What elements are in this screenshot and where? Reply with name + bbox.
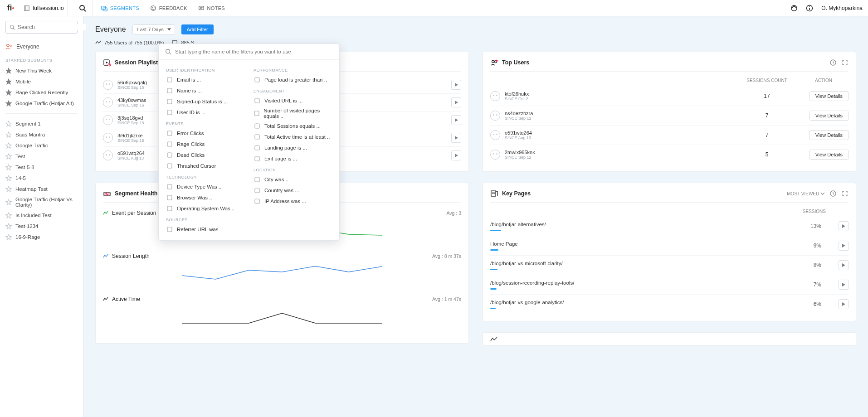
play-button[interactable] [451, 133, 461, 143]
filter-option[interactable]: Device Type Was .. [166, 181, 244, 192]
filter-option[interactable]: Name is ... [166, 85, 244, 96]
sort-select[interactable]: MOST VIEWED [787, 191, 825, 196]
segment-header: Everyone Last 7 Days Add Filter [95, 24, 856, 34]
filter-option[interactable]: Page load is greater than .. [254, 74, 332, 85]
sidebar-item-label: 16-9-Rage [15, 234, 40, 240]
nav-feedback[interactable]: FEEDBACK [150, 5, 187, 11]
filter-category: SOURCES [166, 218, 244, 222]
filter-option[interactable]: Thrashed Cursor [166, 160, 244, 171]
sidebar-segment-item[interactable]: Google Traffic [5, 140, 78, 151]
add-filter-button[interactable]: Add Filter [181, 24, 214, 34]
filter-item-icon [254, 144, 261, 151]
view-details-button[interactable]: View Details [809, 130, 848, 140]
filter-option[interactable]: Total Sessions equals ... [254, 121, 332, 131]
filter-option[interactable]: Operating System Was .. [166, 203, 244, 214]
nav-notes[interactable]: NOTES [198, 5, 225, 11]
session-since: SINCE Sep 16 [117, 121, 144, 125]
view-details-button[interactable]: View Details [809, 91, 848, 101]
sidebar-segment-item[interactable]: 14-5 [5, 173, 78, 184]
filter-item-icon [166, 205, 173, 212]
play-button[interactable] [451, 97, 461, 107]
nav-segments[interactable]: SEGMENTS [101, 5, 139, 11]
expand-icon[interactable] [841, 59, 848, 66]
user-id: 2mwlx965knk [505, 150, 535, 155]
play-icon [842, 224, 845, 228]
page-path: /blog/session-recording-replay-tools/ [490, 280, 776, 286]
filter-search-input[interactable] [175, 49, 333, 54]
star-icon [5, 131, 12, 138]
clock-icon[interactable] [829, 190, 837, 197]
expand-icon[interactable] [841, 190, 848, 197]
sidebar-segment-item[interactable]: Segment 1 [5, 118, 78, 129]
sidebar-segment-item[interactable]: Is Included Test [5, 210, 78, 221]
site-selector[interactable]: fullsession.io [20, 0, 68, 16]
star-icon [5, 68, 12, 74]
filter-item-icon [166, 151, 173, 159]
health-icon [103, 189, 111, 198]
clock-icon[interactable] [829, 59, 837, 66]
filter-option[interactable]: Signed-up Status is ... [166, 96, 244, 107]
play-button[interactable] [839, 299, 848, 309]
sidebar-segment-item[interactable]: Saas Mantra [5, 129, 78, 140]
sidebar-segment-item[interactable]: Test [5, 151, 78, 162]
filter-option[interactable]: Browser Was .. [166, 192, 244, 203]
sidebar-item-label: New This Week [15, 68, 52, 73]
view-details-button[interactable]: View Details [809, 150, 848, 160]
sidebar-everyone[interactable]: Everyone [5, 44, 78, 50]
sidebar-segment-item[interactable]: Heatmap Test [5, 184, 78, 194]
sidebar-segment-item[interactable]: Test-5-8 [5, 162, 78, 173]
search-input[interactable] [18, 24, 86, 30]
view-details-button[interactable]: View Details [809, 111, 848, 121]
bell-icon[interactable] [790, 5, 798, 12]
user-since: SINCE Aug 13 [505, 136, 532, 140]
filter-option[interactable]: Number of visited pages equals .. [254, 106, 332, 121]
filter-item-label: Country was ... [264, 188, 299, 193]
play-button[interactable] [451, 80, 461, 90]
user-session-count: 5 [735, 151, 799, 158]
user-session-count: 7 [735, 132, 799, 138]
sidebar-search[interactable] [5, 21, 78, 34]
filter-item-icon [254, 198, 261, 205]
play-button[interactable] [839, 260, 848, 270]
face-icon [490, 130, 500, 140]
sidebar-starred-item[interactable]: Google Traffic (Hotjar Alt) [5, 98, 78, 109]
user-name[interactable]: O. Mykhoparkina [821, 5, 863, 11]
filter-option[interactable]: Total Active time is at least .. [254, 131, 332, 142]
info-icon[interactable] [806, 5, 813, 12]
sidebar-starred-item[interactable]: Rage Clicked Recently [5, 87, 78, 98]
sidebar-starred-item[interactable]: New This Week [5, 65, 78, 76]
filter-option[interactable]: Email is ... [166, 74, 244, 85]
play-button[interactable] [839, 221, 848, 231]
filter-option[interactable]: User ID is ... [166, 107, 244, 118]
play-button[interactable] [839, 280, 848, 290]
global-search-button[interactable] [73, 0, 93, 16]
filter-option[interactable]: Dead Clicks [166, 150, 244, 160]
filter-option[interactable]: Country was ... [254, 185, 332, 196]
filter-option[interactable]: City was .. [254, 174, 332, 185]
extra-panel [483, 332, 856, 346]
sidebar-item-label: Heatmap Test [15, 186, 48, 192]
date-range-select[interactable]: Last 7 Days [132, 24, 175, 34]
star-icon [5, 164, 12, 170]
play-button[interactable] [839, 241, 848, 251]
svg-rect-39 [255, 124, 259, 128]
page-path: /blog/hotjar-vs-microsoft-clarity/ [490, 261, 776, 266]
search-icon [10, 24, 15, 30]
filter-option[interactable]: Error Clicks [166, 128, 244, 139]
filter-option[interactable]: Referrer URL was [166, 224, 244, 235]
play-button[interactable] [451, 150, 461, 160]
filter-option[interactable]: Visited URL is ... [254, 95, 332, 106]
filter-item-icon [254, 133, 261, 141]
sidebar-segment-item[interactable]: 16-9-Rage [5, 232, 78, 242]
filter-option[interactable]: Landing page is ... [254, 142, 332, 153]
play-button[interactable] [451, 115, 461, 125]
key-page-row: /blog/hotjar-vs-microsoft-clarity/ 8% [490, 256, 848, 275]
filter-option[interactable]: IP Address was ... [254, 196, 332, 207]
sidebar-segment-item[interactable]: Google Traffic (Hotjar Vs Clarity) [5, 194, 78, 210]
sidebar-starred-item[interactable]: Mobile [5, 76, 78, 87]
filter-option[interactable]: Rage Clicks [166, 139, 244, 150]
logo[interactable]: fi [5, 3, 15, 13]
filter-option[interactable]: Exit page is ... [254, 153, 332, 164]
sidebar-segment-item[interactable]: Test-1234 [5, 221, 78, 232]
site-name: fullsession.io [33, 5, 64, 11]
